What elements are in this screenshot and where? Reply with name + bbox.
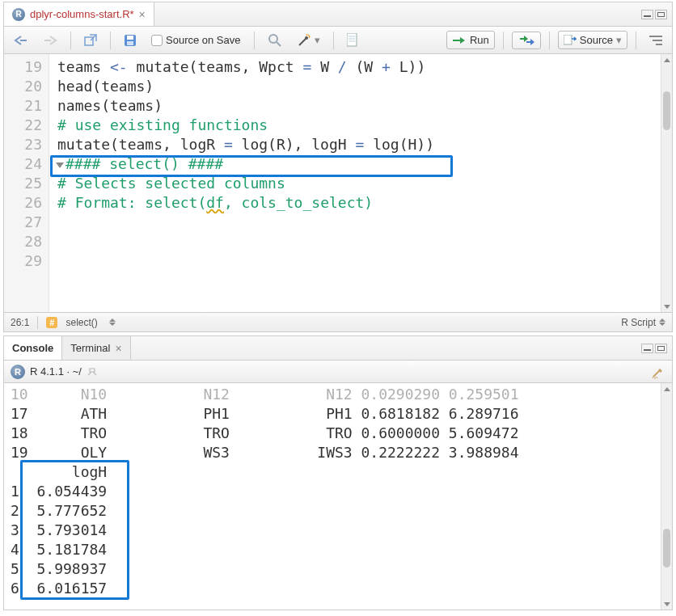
scroll-up-icon[interactable]: [661, 54, 672, 65]
sort-arrows-icon[interactable]: [109, 319, 116, 326]
source-on-save-toggle[interactable]: Source on Save: [146, 32, 246, 49]
compile-report-button[interactable]: [342, 31, 365, 50]
terminal-tab-label: Terminal: [70, 342, 110, 354]
language-selector[interactable]: R Script: [621, 317, 665, 328]
svg-rect-0: [20, 40, 27, 41]
svg-point-6: [269, 35, 277, 43]
source-label: Source: [580, 34, 613, 46]
svg-rect-9: [347, 33, 357, 46]
svg-line-7: [277, 42, 281, 46]
back-button[interactable]: [9, 32, 33, 49]
line-gutter: 1920212223242526272829: [4, 54, 49, 312]
console-tab[interactable]: Console: [4, 336, 62, 360]
editor-scrollbar[interactable]: [661, 54, 672, 312]
console-tab-bar: Console Terminal ×: [4, 336, 672, 361]
console-toolbar: R R 4.1.1 · ~/: [4, 361, 672, 383]
save-button[interactable]: [119, 32, 142, 49]
editor-tab-bar: R dplyr-columns-start.R* ×: [4, 2, 672, 27]
section-scope[interactable]: select(): [65, 317, 97, 328]
code-tools-button[interactable]: ▾: [292, 31, 325, 50]
code-text[interactable]: teams <- mutate(teams, Wpct = W / (W + L…: [49, 54, 661, 312]
r-file-icon: R: [12, 8, 25, 21]
close-icon[interactable]: ×: [139, 8, 146, 21]
console-pane: Console Terminal × R R 4.1.1 · ~/ 10 N10…: [3, 335, 673, 610]
language-label: R Script: [621, 317, 656, 328]
svg-rect-14: [564, 35, 572, 44]
svg-point-8: [305, 36, 308, 40]
show-in-new-window-button[interactable]: [79, 32, 102, 49]
scroll-down-icon[interactable]: [661, 598, 672, 610]
outline-button[interactable]: [644, 32, 667, 49]
cursor-position: 26:1: [11, 317, 29, 328]
editor-pane: R dplyr-columns-start.R* × Source on Sav…: [3, 2, 673, 332]
close-icon[interactable]: ×: [115, 342, 121, 355]
window-controls: [641, 2, 672, 26]
scroll-up-icon[interactable]: [661, 383, 672, 394]
clear-console-button[interactable]: [651, 365, 665, 379]
sort-arrows-icon: [659, 319, 665, 326]
scroll-thumb[interactable]: [663, 91, 670, 130]
scroll-down-icon[interactable]: [661, 301, 672, 312]
source-on-save-label: Source on Save: [166, 34, 241, 46]
minimize-icon[interactable]: [641, 344, 653, 353]
find-button[interactable]: [263, 31, 287, 50]
maximize-icon[interactable]: [655, 344, 667, 353]
editor-statusbar: 26:1 # select() R Script: [4, 312, 672, 331]
r-version: R 4.1.1 · ~/: [30, 365, 82, 378]
svg-rect-5: [127, 41, 133, 45]
console-scrollbar[interactable]: [661, 383, 672, 610]
code-area[interactable]: 1920212223242526272829 teams <- mutate(t…: [4, 54, 672, 312]
run-label: Run: [470, 34, 489, 46]
maximize-icon[interactable]: [655, 10, 667, 19]
editor-toolbar: Source on Save ▾ Run Source ▾: [4, 27, 672, 54]
terminal-tab[interactable]: Terminal ×: [62, 336, 130, 360]
svg-rect-4: [127, 36, 133, 40]
svg-rect-1: [44, 40, 51, 41]
popout-icon[interactable]: [87, 367, 98, 377]
console-tab-label: Console: [12, 342, 53, 354]
section-badge-icon: #: [46, 317, 57, 328]
forward-button[interactable]: [38, 32, 62, 49]
run-button[interactable]: Run: [446, 31, 495, 49]
minimize-icon[interactable]: [641, 10, 653, 19]
editor-tab[interactable]: R dplyr-columns-start.R* ×: [4, 2, 154, 26]
scroll-thumb[interactable]: [663, 529, 670, 567]
rerun-button[interactable]: [512, 32, 541, 49]
r-logo-icon: R: [11, 365, 25, 379]
console-output[interactable]: 10 N10 N12 N12 0.0290290 0.25950117 ATH …: [4, 383, 661, 610]
editor-tab-filename: dplyr-columns-start.R*: [30, 8, 134, 20]
checkbox-icon: [151, 35, 163, 46]
window-controls: [641, 336, 672, 360]
source-button[interactable]: Source ▾: [558, 31, 627, 49]
